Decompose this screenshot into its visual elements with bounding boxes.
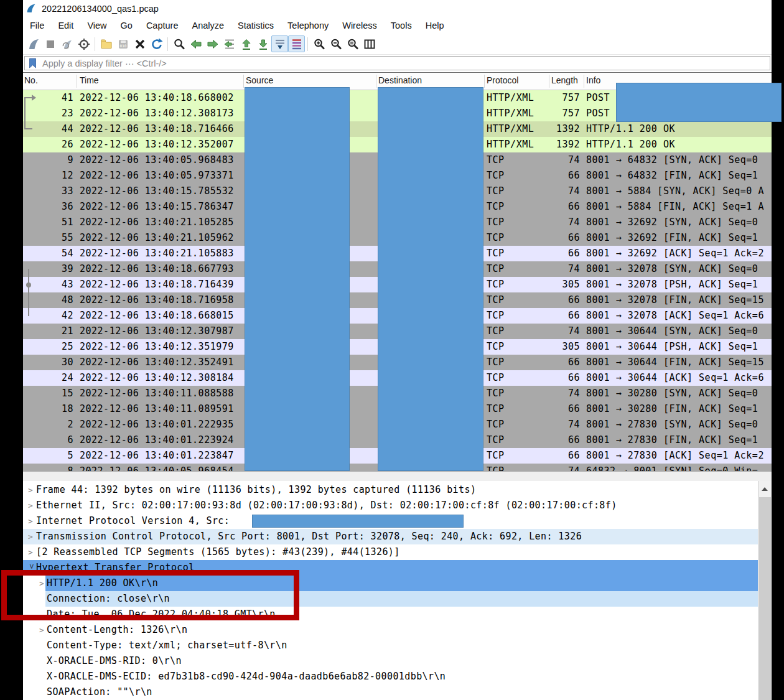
column-separator[interactable] [77,75,77,88]
go-first-packet-button[interactable] [238,35,254,52]
toolbar-separator [95,37,95,51]
stop-capture-button[interactable] [42,35,58,52]
go-forward-button[interactable] [204,35,221,52]
column-header-destination[interactable]: Destination [378,75,422,85]
arrow-left-icon [189,37,203,51]
scroll-up-arrow[interactable] [758,481,772,495]
zoom-reset-button[interactable] [344,35,361,52]
column-separator[interactable] [584,75,584,88]
colorize-icon [290,37,304,51]
cell-info: 8001 → 32692 [FIN, ACK] Seq=1 [586,230,772,246]
cell-len: 66 [539,292,580,308]
column-header-length[interactable]: Length [551,75,578,85]
detail-row[interactable]: >Content-Length: 1326\r\n [23,622,758,638]
marker-cell [23,386,39,401]
save-file-button[interactable]: 010 [114,35,131,52]
resize-columns-button[interactable] [361,35,378,52]
cell-len: 66 [539,370,580,386]
column-separator[interactable] [549,75,549,88]
column-separator[interactable] [243,75,244,88]
cell-info: 8001 → 32078 [ACK] Seq=1 Ack=6 [586,308,772,324]
column-separator[interactable] [484,75,485,88]
cell-len: 66 [539,308,580,324]
menu-statistics[interactable]: Statistics [231,21,281,30]
start-capture-button[interactable] [25,35,42,52]
cell-len: 74 [539,386,580,401]
cell-info: HTTP/1.1 200 OK [586,121,772,137]
pane-splitter[interactable] [23,471,772,481]
bookmark-icon[interactable] [28,57,37,69]
cell-no: 41 [39,90,73,106]
scroll-thumb[interactable] [759,497,771,700]
zoom-out-button[interactable] [327,35,344,52]
cell-proto: TCP [487,230,505,246]
arrow-up-bar-icon [240,37,253,51]
column-header-info[interactable]: Info [586,75,600,85]
column-header-no[interactable]: No. [24,75,38,85]
cell-info: 8001 → 30644 [FIN, ACK] Seq=15 [586,355,772,370]
cell-time: 2022-12-06 13:40:12.308184 [80,370,234,386]
menu-go[interactable]: Go [114,21,139,30]
menu-file[interactable]: File [23,21,51,30]
auto-scroll-button[interactable] [271,35,288,52]
expand-icon[interactable]: > [28,529,35,544]
menu-edit[interactable]: Edit [51,21,80,30]
expand-icon[interactable]: > [28,544,35,560]
expand-icon[interactable]: > [28,513,35,529]
colorize-packets-button[interactable] [288,35,305,52]
detail-row[interactable]: >Transmission Control Protocol, Src Port… [23,529,758,544]
detail-scrollbar[interactable] [758,481,772,700]
cell-no: 36 [39,199,73,215]
zoom-reset-icon [346,37,360,51]
window-title: 20221206134000_qas1.pcap [42,4,159,14]
cell-len: 66 [539,355,580,370]
detail-row[interactable]: X-ORACLE-DMS-RID: 0\r\n [23,653,758,669]
find-packet-button[interactable] [170,35,187,52]
capture-options-button[interactable] [75,35,92,52]
menu-analyze[interactable]: Analyze [185,21,231,30]
open-file-button[interactable] [98,35,114,52]
menu-capture[interactable]: Capture [139,21,185,30]
detail-row[interactable]: >Internet Protocol Version 4, Src: [23,513,758,529]
menu-tools[interactable]: Tools [384,21,419,30]
annotation-highlight-box [1,570,299,620]
expand-icon[interactable]: > [28,482,35,498]
folder-icon [100,37,113,51]
detail-row[interactable]: X-ORACLE-DMS-ECID: ed7b31b8-cd90-424d-90… [23,669,758,684]
go-last-packet-button[interactable] [254,35,271,52]
cell-proto: TCP [487,308,505,324]
column-header-protocol[interactable]: Protocol [487,75,518,85]
filter-bar: Apply a display filter ··· <Ctrl-/> [23,55,772,72]
redaction-ip-address [252,515,464,528]
column-header-time[interactable]: Time [80,75,99,85]
menu-help[interactable]: Help [419,21,451,30]
detail-row[interactable]: >Ethernet II, Src: 02:00:17:00:93:8d (02… [23,498,758,513]
zoom-in-button[interactable] [310,35,327,52]
redaction-destination-column [378,87,483,471]
cell-info: HTTP/1.1 200 OK [586,137,772,152]
marker-cell [23,432,39,448]
column-header-source[interactable]: Source [246,75,273,85]
menu-wireless[interactable]: Wireless [335,21,384,30]
detail-row[interactable]: SOAPAction: ""\r\n [23,684,758,700]
cell-proto: TCP [487,448,505,464]
column-separator[interactable] [376,75,376,88]
go-back-button[interactable] [187,35,204,52]
menu-view[interactable]: View [80,21,113,30]
detail-row[interactable]: >Frame 44: 1392 bytes on wire (11136 bit… [23,482,758,498]
detail-row[interactable]: Content-Type: text/xml; charset=utf-8\r\… [23,638,758,653]
restart-capture-button[interactable] [58,35,75,52]
cell-len: 1392 [539,121,580,137]
marker-cell [23,370,39,386]
display-filter-input[interactable]: Apply a display filter ··· <Ctrl-/> [24,56,770,70]
menu-telephony[interactable]: Telephony [281,21,335,30]
goto-packet-icon [223,37,236,51]
expand-icon[interactable]: > [39,622,47,638]
reload-file-button[interactable] [148,35,165,52]
close-file-button[interactable] [131,35,148,52]
cell-no: 43 [39,277,73,292]
expand-icon[interactable]: > [28,498,35,513]
go-to-packet-button[interactable] [221,35,238,52]
cell-time: 2022-12-06 13:40:12.351979 [80,339,234,355]
detail-row[interactable]: >[2 Reassembled TCP Segments (1565 bytes… [23,544,758,560]
